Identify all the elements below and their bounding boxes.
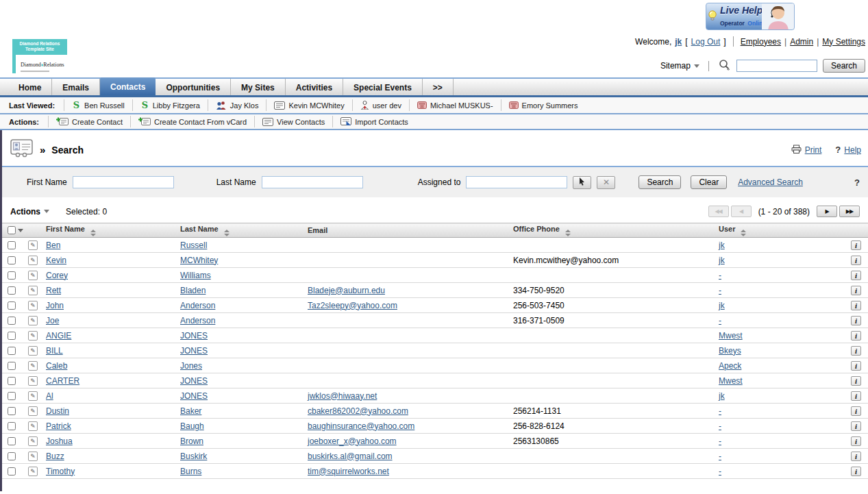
email-link[interactable]: Bladeje@auburn.edu [308, 286, 385, 295]
print-link[interactable]: Print [805, 145, 822, 155]
email-link[interactable]: cbaker862002@yahoo.com [308, 406, 408, 416]
last-name-link[interactable]: Anderson [180, 301, 215, 310]
info-icon[interactable]: i [851, 316, 861, 325]
first-page-button[interactable]: ◀◀ [708, 206, 729, 217]
admin-link[interactable]: Admin [790, 37, 813, 47]
user-link[interactable]: jk [719, 301, 725, 310]
last-name-link[interactable]: Brown [180, 436, 203, 446]
edit-icon[interactable]: ✎ [28, 301, 38, 310]
last-name-link[interactable]: Baugh [180, 421, 204, 431]
last-viewed-item-ben-russell[interactable]: SBen Russell [64, 99, 132, 111]
email-link[interactable]: jwklos@hiwaay.net [308, 391, 377, 401]
edit-icon[interactable]: ✎ [28, 376, 38, 386]
sort-arrows-icon[interactable] [741, 230, 746, 236]
last-name-link[interactable]: Williams [180, 271, 211, 280]
user-link[interactable]: - [719, 436, 721, 446]
row-checkbox[interactable] [8, 332, 16, 340]
user-link[interactable]: - [719, 406, 721, 416]
info-icon[interactable]: i [851, 376, 861, 386]
tab-home[interactable]: Home [8, 79, 52, 95]
column-header-first-name[interactable]: First Name [45, 223, 179, 238]
first-name-link[interactable]: ANGIE [46, 331, 71, 341]
clear-user-button[interactable]: ✕ [597, 176, 615, 189]
edit-icon[interactable]: ✎ [28, 436, 38, 446]
info-icon[interactable]: i [851, 256, 861, 265]
first-name-link[interactable]: Joshua [46, 436, 73, 446]
first-name-link[interactable]: Caleb [46, 361, 67, 371]
first-name-link[interactable]: CARTER [46, 376, 79, 386]
edit-icon[interactable]: ✎ [28, 467, 38, 476]
user-link[interactable]: jk [675, 37, 682, 47]
user-link[interactable]: - [719, 467, 721, 476]
first-name-link[interactable]: John [46, 301, 64, 310]
tab-activities[interactable]: Activities [286, 79, 343, 95]
first-name-link[interactable]: Dustin [46, 406, 69, 416]
info-icon[interactable]: i [851, 452, 861, 461]
info-icon[interactable]: i [851, 271, 861, 280]
user-link[interactable]: jk [719, 391, 725, 401]
row-checkbox[interactable] [8, 437, 16, 445]
row-checkbox[interactable] [8, 286, 16, 295]
info-icon[interactable]: i [851, 406, 861, 416]
user-link[interactable]: - [719, 271, 721, 280]
edit-icon[interactable]: ✎ [28, 331, 38, 341]
edit-icon[interactable]: ✎ [28, 286, 38, 295]
edit-icon[interactable]: ✎ [28, 391, 38, 401]
employees-link[interactable]: Employees [741, 37, 781, 47]
info-icon[interactable]: i [851, 301, 861, 310]
info-icon[interactable]: i [851, 331, 861, 341]
sort-arrows-icon[interactable] [90, 230, 96, 236]
row-checkbox[interactable] [8, 392, 16, 400]
info-icon[interactable]: i [851, 467, 861, 476]
user-link[interactable]: Mwest [719, 331, 743, 341]
column-header-last-name[interactable]: Last Name [179, 223, 306, 238]
edit-icon[interactable]: ✎ [28, 452, 38, 461]
user-link[interactable]: jk [719, 256, 725, 265]
last-name-link[interactable]: Baker [180, 406, 201, 416]
user-link[interactable]: Bkeys [719, 346, 741, 356]
user-link[interactable]: - [719, 316, 721, 325]
first-name-link[interactable]: Timothy [46, 467, 75, 476]
last-viewed-item-michael-muskus[interactable]: Michael MUSKUS- [409, 99, 501, 111]
prev-page-button[interactable]: ◀ [731, 206, 752, 217]
select-user-button[interactable] [573, 176, 591, 189]
action-item-view-contacts[interactable]: View Contacts [254, 116, 332, 127]
row-checkbox[interactable] [8, 377, 16, 385]
email-link[interactable]: Taz2sleepy@yahoo.com [308, 301, 397, 310]
action-item-create-contact-from-vcard[interactable]: Create Contact From vCard [130, 116, 254, 127]
assigned-to-input[interactable] [466, 176, 567, 188]
edit-icon[interactable]: ✎ [28, 240, 38, 250]
info-icon[interactable]: i [851, 346, 861, 356]
last-name-link[interactable]: Anderson [180, 316, 215, 325]
email-link[interactable]: joeboxer_x@yahoo.com [308, 436, 397, 446]
last-name-link[interactable]: Jones [180, 361, 202, 371]
column-header-user[interactable]: User [717, 223, 842, 238]
user-link[interactable]: - [719, 452, 721, 461]
last-name-link[interactable]: MCWhitey [180, 256, 218, 265]
help-link[interactable]: Help [844, 145, 861, 155]
first-name-link[interactable]: Kevin [46, 256, 66, 265]
edit-icon[interactable]: ✎ [28, 406, 38, 416]
info-icon[interactable]: i [851, 391, 861, 401]
row-checkbox[interactable] [8, 256, 16, 264]
row-checkbox[interactable] [8, 422, 16, 430]
tab-emails[interactable]: Emails [52, 79, 100, 95]
first-name-link[interactable]: Corey [46, 271, 68, 280]
last-viewed-item-user-dev[interactable]: user dev [352, 99, 409, 111]
last-viewed-item-jay-klos[interactable]: Jay Klos [208, 99, 266, 111]
row-checkbox[interactable] [8, 467, 16, 476]
tab-contacts[interactable]: Contacts [100, 77, 156, 95]
select-all-checkbox[interactable] [8, 226, 16, 234]
sort-arrows-icon[interactable] [224, 230, 230, 236]
last-viewed-item-kevin-mcwhitey[interactable]: Kevin MCWhitey [266, 99, 351, 111]
action-item-create-contact[interactable]: Create Contact [48, 116, 130, 127]
edit-icon[interactable]: ✎ [28, 346, 38, 356]
last-name-link[interactable]: Bladen [180, 286, 206, 295]
row-checkbox[interactable] [8, 301, 16, 310]
info-icon[interactable]: i [851, 436, 861, 446]
user-link[interactable]: - [719, 421, 721, 431]
first-name-link[interactable]: Joe [46, 316, 59, 325]
last-name-link[interactable]: Burns [180, 467, 201, 476]
last-viewed-item-emory-summers[interactable]: Emory Summers [501, 99, 586, 111]
info-icon[interactable]: i [851, 361, 861, 371]
